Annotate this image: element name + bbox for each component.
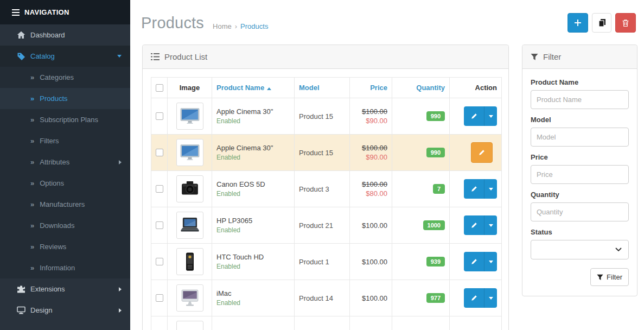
double-angle-icon: » <box>30 94 34 103</box>
quantity-badge: 7 <box>433 184 445 194</box>
sidebar-item-design[interactable]: Design <box>0 300 130 321</box>
product-model: Product 1 <box>295 244 350 280</box>
sidebar-nav-header[interactable]: NAVIGATION <box>0 0 130 24</box>
product-status: Enabled <box>216 263 290 270</box>
price-new: $90.00 <box>354 153 387 161</box>
filter-price-input[interactable] <box>531 165 629 184</box>
edit-split-button[interactable] <box>464 215 497 235</box>
product-list-panel-heading: Product List <box>143 45 508 69</box>
row-checkbox[interactable] <box>156 294 163 302</box>
edit-split-button[interactable] <box>464 288 497 308</box>
column-header-quantity-sort[interactable]: Quantity <box>416 84 445 92</box>
dropdown-caret-button[interactable] <box>484 106 497 126</box>
edit-split-button[interactable] <box>464 106 497 126</box>
filter-submit-button[interactable]: Filter <box>590 268 629 286</box>
row-checkbox[interactable] <box>156 258 163 265</box>
sidebar-item-options[interactable]: » Options <box>0 173 130 194</box>
funnel-icon <box>597 274 603 281</box>
sidebar-item-dashboard[interactable]: Dashboard <box>0 24 130 46</box>
copy-button[interactable] <box>592 13 611 33</box>
filter-product-name-input[interactable] <box>531 90 629 109</box>
quantity-badge: 939 <box>426 257 445 266</box>
product-name: HP LP3065 <box>216 217 290 225</box>
price-old: $100.00 <box>354 107 387 116</box>
sidebar-item-label: Catalog <box>30 52 117 60</box>
double-angle-icon: » <box>30 179 34 187</box>
sidebar-item-categories[interactable]: » Categories <box>0 67 130 88</box>
edit-split-button[interactable] <box>464 252 497 271</box>
display-icon <box>16 306 25 315</box>
product-thumbnail-camera <box>176 175 203 202</box>
sidebar: NAVIGATION Dashboard Catalog » Categorie… <box>0 0 130 330</box>
column-header-name-sort[interactable]: Product Name <box>216 84 264 92</box>
table-row: iMacEnabled Product 14 $100.00 977 <box>151 280 502 316</box>
edit-active-button[interactable] <box>471 142 493 163</box>
filter-quantity-input[interactable] <box>531 202 629 221</box>
price-old: $100.00 <box>354 180 387 188</box>
sidebar-item-reviews[interactable]: » Reviews <box>0 236 130 257</box>
product-status: Enabled <box>216 117 290 125</box>
filter-panel-heading: Filter <box>522 45 637 69</box>
delete-button[interactable] <box>615 13 636 33</box>
pencil-icon[interactable] <box>464 252 484 271</box>
product-name: Apple Cinema 30" <box>216 107 290 116</box>
sidebar-item-attributes[interactable]: » Attributes <box>0 151 130 173</box>
breadcrumb-home[interactable]: Home <box>213 22 232 30</box>
product-status: Enabled <box>216 154 290 161</box>
breadcrumb: Home›Products <box>213 22 268 30</box>
sidebar-item-filters[interactable]: » Filters <box>0 130 130 151</box>
sidebar-item-subscription-plans[interactable]: » Subscription Plans <box>0 109 130 130</box>
add-product-button[interactable] <box>568 13 588 33</box>
row-checkbox[interactable] <box>156 185 163 193</box>
price: $100.00 <box>362 294 387 302</box>
price: $100.00 <box>362 258 387 266</box>
pencil-icon[interactable] <box>464 179 484 199</box>
main-content: Products Home›Products Product List <box>130 0 644 330</box>
select-all-checkbox[interactable] <box>156 84 163 92</box>
filter-model-label: Model <box>531 116 629 124</box>
dropdown-caret-button[interactable] <box>484 288 497 308</box>
breadcrumb-current[interactable]: Products <box>240 22 268 30</box>
product-thumbnail-monitor <box>176 139 203 166</box>
quantity-badge: 990 <box>426 148 445 157</box>
double-angle-icon: » <box>30 221 34 230</box>
filter-product-name-label: Product Name <box>531 78 629 86</box>
dropdown-caret-button[interactable] <box>484 215 497 235</box>
funnel-icon <box>531 53 538 61</box>
dropdown-caret-button[interactable] <box>484 252 497 271</box>
column-header-model-sort[interactable]: Model <box>299 84 320 92</box>
chevron-right-icon <box>119 287 122 291</box>
pencil-icon[interactable] <box>464 215 484 235</box>
pencil-icon[interactable] <box>464 106 484 126</box>
table-row-partial <box>151 316 502 330</box>
column-header-price-sort[interactable]: Price <box>370 84 387 92</box>
table-header-row: Image Product Name Model Price Quantity … <box>151 78 502 98</box>
filter-status-select[interactable] <box>531 240 629 259</box>
row-checkbox[interactable] <box>156 112 163 120</box>
breadcrumb-separator: › <box>235 22 237 30</box>
sidebar-item-catalog[interactable]: Catalog <box>0 46 130 67</box>
filter-price-label: Price <box>531 153 629 161</box>
product-status: Enabled <box>216 299 290 307</box>
nav-title: NAVIGATION <box>24 8 69 16</box>
pencil-icon[interactable] <box>464 288 484 308</box>
table-row: HTC Touch HDEnabled Product 1 $100.00 93… <box>151 244 502 280</box>
sidebar-item-downloads[interactable]: » Downloads <box>0 215 130 236</box>
column-header-action: Action <box>450 78 502 98</box>
dropdown-caret-button[interactable] <box>484 179 497 199</box>
table-row: Apple Cinema 30"Enabled Product 15 $100.… <box>151 98 502 135</box>
home-icon <box>16 31 25 40</box>
page-header: Products Home›Products <box>130 0 644 45</box>
row-checkbox[interactable] <box>156 149 163 156</box>
product-model: Product 15 <box>295 135 350 171</box>
row-checkbox[interactable] <box>156 221 163 229</box>
edit-split-button[interactable] <box>464 179 497 199</box>
sidebar-item-products[interactable]: » Products <box>0 88 130 109</box>
sidebar-item-extensions[interactable]: Extensions <box>0 278 130 300</box>
product-name: Apple Cinema 30" <box>216 144 290 152</box>
sidebar-item-manufacturers[interactable]: » Manufacturers <box>0 194 130 215</box>
product-thumbnail-monitor <box>176 103 203 130</box>
sidebar-item-information[interactable]: » Information <box>0 257 130 278</box>
double-angle-icon: » <box>30 158 34 166</box>
filter-model-input[interactable] <box>531 128 629 147</box>
